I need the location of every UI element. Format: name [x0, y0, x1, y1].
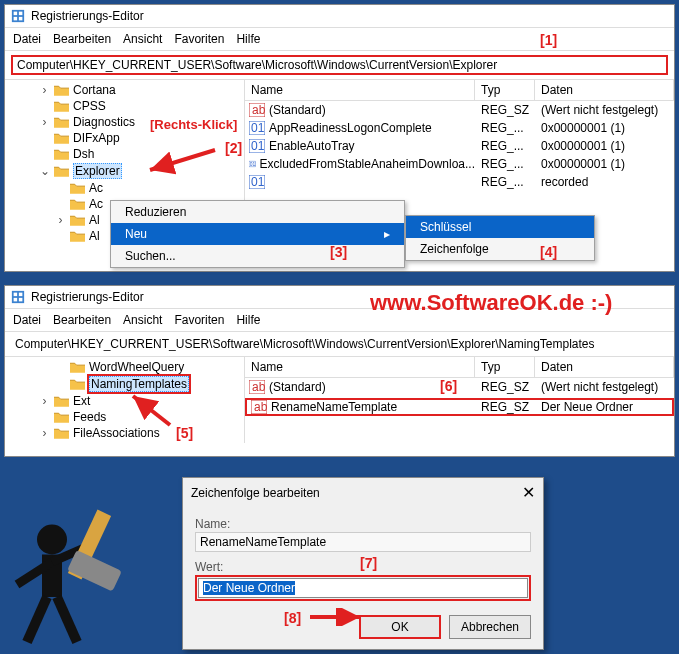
svg-rect-3	[14, 17, 18, 21]
tree-item[interactable]: CPSS	[9, 98, 244, 114]
cancel-button[interactable]: Abbrechen	[449, 615, 531, 639]
name-field: RenameNameTemplate	[195, 532, 531, 552]
list-row[interactable]: 011REG_...recorded	[245, 173, 674, 191]
tree-item-label: Ac	[89, 181, 103, 195]
chevron-icon[interactable]: ›	[39, 83, 50, 97]
chevron-icon[interactable]: ⌄	[39, 164, 50, 178]
svg-line-29	[17, 562, 52, 585]
marker-5: [5]	[176, 425, 193, 441]
marker-8: [8]	[284, 610, 301, 626]
svg-rect-17	[19, 293, 23, 297]
tree-item-label: Ac	[89, 197, 103, 211]
svg-text:011: 011	[251, 121, 265, 135]
value-data: 0x00000001 (1)	[535, 121, 674, 135]
address-bar: Computer\HKEY_CURRENT_USER\Software\Micr…	[5, 332, 674, 357]
value-type: REG_...	[475, 157, 535, 171]
value-name: (Standard)	[269, 380, 326, 394]
marker-6: [6]	[440, 378, 457, 394]
tree-item[interactable]: WordWheelQuery	[9, 359, 244, 375]
tree-item-label: WordWheelQuery	[89, 360, 184, 374]
list-row[interactable]: ab(Standard)REG_SZ(Wert nicht festgelegt…	[245, 378, 674, 396]
value-data: (Wert nicht festgelegt)	[535, 103, 674, 117]
ctx-reduzieren[interactable]: Reduzieren	[111, 201, 404, 223]
svg-rect-34	[67, 550, 122, 592]
address-input[interactable]: Computer\HKEY_CURRENT_USER\Software\Micr…	[11, 336, 668, 352]
ctx-suchen[interactable]: Suchen...	[111, 245, 404, 267]
col-data[interactable]: Daten	[535, 80, 674, 100]
value-type: REG_SZ	[475, 380, 535, 394]
col-typ[interactable]: Typ	[475, 357, 535, 377]
menu-bearbeiten[interactable]: Bearbeiten	[53, 313, 111, 327]
list-row[interactable]: ab(Standard)REG_SZ(Wert nicht festgelegt…	[245, 101, 674, 119]
marker-1: [1]	[540, 32, 557, 48]
tree-item-label: Feeds	[73, 410, 106, 424]
arrow-2-icon	[140, 140, 220, 180]
ok-button[interactable]: OK	[359, 615, 441, 639]
svg-text:011: 011	[251, 139, 265, 153]
value-type: REG_...	[475, 121, 535, 135]
value-data: 0x00000001 (1)	[535, 157, 674, 171]
titlebar: Registrierungs-Editor	[5, 5, 674, 28]
stick-figure-icon	[2, 502, 152, 652]
svg-line-31	[27, 597, 47, 642]
list-row[interactable]: 011AppReadinessLogonCompleteREG_...0x000…	[245, 119, 674, 137]
svg-rect-19	[19, 298, 23, 302]
tree-item-label: DIFxApp	[73, 131, 120, 145]
tree-item[interactable]: Ac	[9, 180, 244, 196]
marker-3: [3]	[330, 244, 347, 260]
value-data: 0x00000001 (1)	[535, 139, 674, 153]
menu-bearbeiten[interactable]: Bearbeiten	[53, 32, 111, 46]
list-row[interactable]: abRenameNameTemplateREG_SZDer Neue Ordne…	[245, 396, 674, 418]
col-name[interactable]: Name	[245, 80, 475, 100]
tree-item-label: Dsh	[73, 147, 94, 161]
menu-hilfe[interactable]: Hilfe	[236, 313, 260, 327]
col-name[interactable]: Name	[245, 357, 475, 377]
menu-ansicht[interactable]: Ansicht	[123, 313, 162, 327]
svg-rect-2	[19, 12, 23, 16]
close-icon[interactable]: ✕	[522, 483, 535, 502]
svg-line-30	[52, 545, 92, 563]
marker-4: [4]	[540, 244, 557, 260]
col-data[interactable]: Daten	[535, 357, 674, 377]
menu-datei[interactable]: Datei	[13, 313, 41, 327]
svg-text:ab: ab	[254, 400, 267, 414]
name-label: Name:	[195, 517, 531, 531]
sub-zeichenfolge[interactable]: Zeichenfolge	[406, 238, 594, 260]
svg-text:011: 011	[250, 162, 256, 167]
sub-schluessel[interactable]: Schlüssel	[406, 216, 594, 238]
wert-input-wrap: Der Neue Ordner	[195, 575, 531, 601]
address-input[interactable]: Computer\HKEY_CURRENT_USER\Software\Micr…	[11, 55, 668, 75]
menu-favoriten[interactable]: Favoriten	[174, 313, 224, 327]
tree-item[interactable]: ›Cortana	[9, 82, 244, 98]
chevron-icon[interactable]: ›	[55, 213, 66, 227]
tree-item-label: Explorer	[73, 163, 122, 179]
menu-datei[interactable]: Datei	[13, 32, 41, 46]
value-data: recorded	[535, 175, 674, 189]
menu-hilfe[interactable]: Hilfe	[236, 32, 260, 46]
svg-line-32	[57, 597, 77, 642]
menu-ansicht[interactable]: Ansicht	[123, 32, 162, 46]
col-typ[interactable]: Typ	[475, 80, 535, 100]
list-row[interactable]: 011EnableAutoTrayREG_...0x00000001 (1)	[245, 137, 674, 155]
list-pane: Name Typ Daten ab(Standard)REG_SZ(Wert n…	[245, 357, 674, 443]
marker-7: [7]	[360, 555, 377, 571]
value-data: Der Neue Ordner	[535, 398, 674, 416]
svg-point-27	[37, 525, 67, 555]
marker-2: [2]	[225, 140, 242, 156]
ctx-neu[interactable]: Neu▸	[111, 223, 404, 245]
value-type: REG_SZ	[475, 398, 535, 416]
chevron-icon[interactable]: ›	[39, 115, 50, 129]
chevron-icon[interactable]: ›	[39, 426, 50, 440]
menubar: Datei Bearbeiten Ansicht Favoriten Hilfe	[5, 28, 674, 51]
svg-rect-28	[42, 555, 62, 598]
svg-line-25	[133, 396, 170, 425]
chevron-icon[interactable]: ›	[39, 394, 50, 408]
svg-text:ab: ab	[252, 380, 265, 394]
rechts-klick-label: [Rechts-Klick]	[150, 117, 237, 132]
arrow-8-icon	[308, 608, 368, 626]
list-row[interactable]: 011ExcludedFromStableAnaheimDownloa...RE…	[245, 155, 674, 173]
wert-input[interactable]: Der Neue Ordner	[198, 578, 528, 598]
menu-favoriten[interactable]: Favoriten	[174, 32, 224, 46]
chevron-right-icon: ▸	[384, 227, 390, 241]
tree-item-label: Al	[89, 213, 100, 227]
